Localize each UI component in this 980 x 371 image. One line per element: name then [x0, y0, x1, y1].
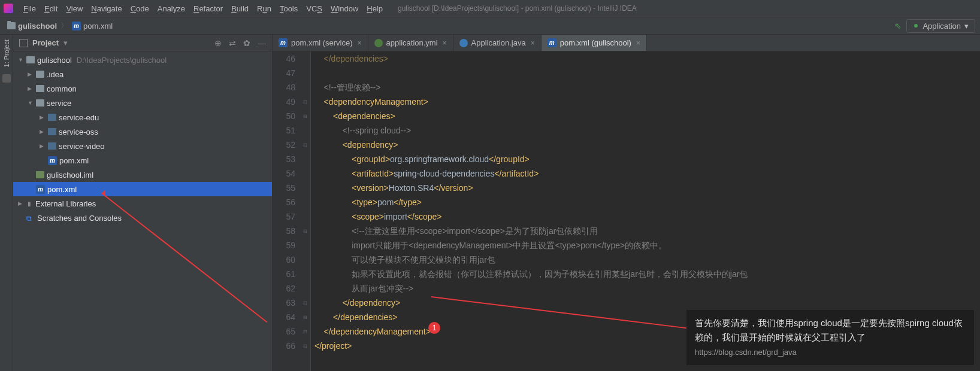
tree-arrow-icon: ▶	[28, 86, 34, 92]
tree-item-pom-xml[interactable]: mpom.xml	[13, 153, 272, 168]
tab-label: pom.xml (service)	[291, 38, 353, 47]
run-config-selector[interactable]: Application ▾	[906, 19, 975, 33]
tree-label: pom.xml	[59, 156, 89, 165]
tree-arrow-icon: ▶	[40, 114, 46, 120]
tree-item-service[interactable]: ▼service	[13, 96, 272, 110]
tree-item-scratches-and-consoles[interactable]: ⧉Scratches and Consoles	[13, 211, 272, 225]
folder-icon	[7, 22, 16, 29]
tree-item-gulischool[interactable]: ▼gulischoolD:\IdeaProjects\gulischool	[13, 53, 272, 67]
annotation-box: 首先你要清楚，我们使用spring cloud是一定要先按照spirng clo…	[686, 310, 974, 365]
menu-build[interactable]: Build	[227, 2, 253, 15]
maven-icon: m	[279, 38, 288, 47]
tab-application-yml[interactable]: application.yml×	[368, 35, 453, 51]
tree-label: service-oss	[59, 127, 98, 136]
menu-tools[interactable]: Tools	[276, 2, 302, 15]
tree-arrow-icon: ▶	[28, 71, 34, 77]
tree-item-external-libraries[interactable]: ▶⫼External Libraries	[13, 196, 272, 211]
tab-pom-xml-service-[interactable]: mpom.xml (service)×	[273, 35, 368, 51]
tree-item--idea[interactable]: ▶.idea	[13, 67, 272, 81]
locate-icon[interactable]: ⊕	[214, 38, 222, 48]
menu-window[interactable]: Window	[326, 2, 362, 15]
tree-label: .idea	[47, 70, 63, 79]
menu-view[interactable]: View	[62, 2, 87, 15]
menu-help[interactable]: Help	[362, 2, 387, 15]
menu-vcs[interactable]: VCS	[302, 2, 326, 15]
settings-icon[interactable]: ✿	[243, 38, 250, 48]
annotation-url: https://blog.csdn.net/grd_java	[695, 348, 797, 357]
run-status-icon	[913, 23, 919, 29]
file-icon	[36, 171, 44, 178]
tree-item-gulischool-iml[interactable]: gulischool.iml	[13, 168, 272, 182]
tab-label: application.yml	[386, 38, 438, 47]
tree-label: pom.xml	[47, 185, 77, 194]
menu-file[interactable]: File	[19, 2, 40, 15]
sidebar-tab-structure-icon[interactable]	[2, 74, 11, 83]
menu-edit[interactable]: Edit	[40, 2, 62, 15]
tab-application-java[interactable]: Application.java×	[453, 35, 542, 51]
close-icon[interactable]: ×	[443, 39, 447, 47]
folder-icon	[36, 85, 44, 92]
collapse-icon[interactable]: —	[258, 38, 266, 48]
tree-item-service-edu[interactable]: ▶service-edu	[13, 110, 272, 124]
module-folder-icon	[48, 142, 56, 150]
build-icon[interactable]: ⇖	[894, 21, 902, 31]
project-panel-header: Project ▾ ⊕ ⇄ ✿ —	[13, 35, 272, 51]
tree-item-pom-xml[interactable]: mpom.xml	[13, 182, 272, 196]
tree-item-service-video[interactable]: ▶service-video	[13, 139, 272, 153]
close-icon[interactable]: ×	[358, 39, 362, 47]
breadcrumb-file[interactable]: m pom.xml	[69, 22, 115, 31]
tree-arrow-icon: ▼	[28, 100, 34, 106]
line-gutter: 4647484950515253545556575859606162636465…	[273, 51, 300, 371]
chevron-down-icon[interactable]: ▾	[63, 38, 68, 47]
tab-pom-xml-gulischool-[interactable]: mpom.xml (gulischool)×	[542, 35, 647, 51]
expand-icon[interactable]: ⇄	[229, 38, 236, 48]
breadcrumb-project[interactable]: gulischool	[5, 22, 59, 31]
panel-title: Project	[32, 38, 59, 47]
breadcrumb-separator-icon: 〉	[61, 20, 68, 31]
menu-refactor[interactable]: Refactor	[189, 2, 227, 15]
menu-navigate[interactable]: Navigate	[87, 2, 126, 15]
tree-path: D:\IdeaProjects\gulischool	[77, 56, 167, 65]
project-tree[interactable]: ▼gulischoolD:\IdeaProjects\gulischool▶.i…	[13, 51, 272, 371]
annotation-text: 首先你要清楚，我们使用spring cloud是一定要先按照spirng clo…	[695, 318, 963, 342]
tree-label: gulischool	[37, 56, 72, 65]
folder-icon	[36, 71, 44, 78]
scratches-icon: ⧉	[26, 214, 35, 221]
tree-arrow-icon: ▼	[18, 57, 24, 63]
tree-label: common	[47, 84, 77, 93]
tree-arrow-icon: ▶	[18, 200, 24, 206]
folder-icon	[26, 56, 35, 63]
tree-label: External Libraries	[35, 199, 96, 208]
project-view-icon[interactable]	[19, 39, 28, 47]
tree-label: service	[47, 99, 71, 108]
fold-gutter[interactable]: ⊟⊟⊟⊟⊟⊟⊟⊟	[300, 51, 311, 371]
breadcrumb-project-label: gulischool	[18, 22, 57, 31]
tab-label: pom.xml (gulischool)	[560, 38, 631, 47]
module-folder-icon	[48, 114, 56, 121]
project-panel: Project ▾ ⊕ ⇄ ✿ — ▼gulischoolD:\IdeaProj…	[13, 35, 273, 371]
module-folder-icon	[48, 128, 56, 135]
menu-run[interactable]: Run	[253, 2, 276, 15]
tab-label: Application.java	[471, 38, 526, 47]
menu-analyze[interactable]: Analyze	[153, 2, 189, 15]
tree-item-common[interactable]: ▶common	[13, 81, 272, 96]
maven-icon: m	[48, 156, 57, 165]
sidebar-tab-project[interactable]: 1: Project	[2, 37, 11, 69]
menu-code[interactable]: Code	[126, 2, 153, 15]
libraries-icon: ⫼	[26, 200, 33, 207]
maven-icon: m	[36, 185, 45, 194]
tree-arrow-icon: ▶	[40, 129, 46, 135]
tree-arrow-icon: ▶	[40, 143, 46, 149]
tree-label: service-video	[59, 142, 105, 151]
editor-tabs: mpom.xml (service)×application.yml×Appli…	[273, 35, 980, 51]
tree-label: Scratches and Consoles	[37, 214, 122, 223]
tree-label: service-edu	[59, 113, 99, 122]
java-icon	[459, 39, 468, 47]
yaml-icon	[374, 39, 383, 47]
maven-icon: m	[72, 22, 81, 31]
tree-item-service-oss[interactable]: ▶service-oss	[13, 124, 272, 139]
close-icon[interactable]: ×	[531, 39, 535, 47]
folder-icon	[36, 99, 44, 107]
close-icon[interactable]: ×	[636, 39, 640, 47]
run-config-label: Application	[922, 22, 961, 31]
